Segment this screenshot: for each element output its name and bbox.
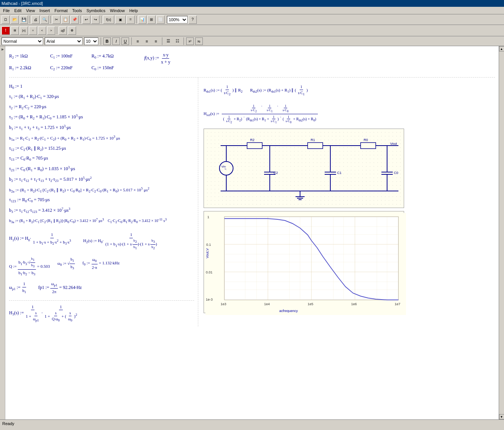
sep10 [184, 37, 184, 45]
sep4 [101, 16, 101, 23]
variables-section: R2 := 1kΩ R1 := 2.2kΩ C1 := 100nF C2 := … [9, 48, 495, 78]
align-left-button[interactable]: ≡ [134, 37, 142, 45]
italic-button[interactable]: I [112, 37, 120, 45]
eq-H2-block: H2(s) := H0· 1 (1 + b1·s)·(1 + s·b2b1)·(… [83, 230, 158, 252]
eq-wp1: ωp1 := 1 b1 [9, 281, 27, 295]
special-btn[interactable]: ✿ [68, 26, 76, 35]
equals-button[interactable]: = [126, 16, 135, 24]
insert-func-button[interactable]: f(x) [103, 16, 114, 24]
toolbar1: 🗋 📂 💾 🖨 🔍 ✂ 📋 📌 ↩ ↪ f(x) ▣ = 📊 ⊞ ⬜ 100% … [0, 14, 504, 25]
open-button[interactable]: 📂 [11, 16, 19, 24]
save-button[interactable]: 💾 [20, 16, 28, 24]
menu-tools[interactable]: Tools [70, 8, 84, 14]
eq-R0: R0 := 4.7kΩ [92, 53, 114, 61]
redo-button[interactable]: ↪ [91, 16, 100, 24]
eq-tau3: τ3 := (R0 + R2 + R1)·C0 = 1.185 × 103·μs [9, 113, 194, 121]
eval-btn[interactable]: = [29, 26, 37, 35]
print-preview-button[interactable]: 🔍 [40, 16, 49, 24]
subscript-button[interactable]: x₂ [195, 37, 203, 45]
superscript-button[interactable]: x² [186, 37, 194, 45]
status-bar: Ready [0, 419, 504, 427]
bold-button[interactable]: B [103, 37, 111, 45]
left-margin: ▶ [0, 46, 5, 419]
undo-button[interactable]: ↩ [82, 16, 90, 24]
svg-text:C0: C0 [394, 171, 398, 175]
eq-fp1: fp1 := ωp1 2π = 92.264·Hz [38, 281, 82, 295]
help-button[interactable]: ? [188, 16, 197, 24]
sep5 [136, 16, 137, 23]
title-text: Mathcad - [3RC.xmcd] [2, 1, 43, 6]
scroll-up[interactable]: ▲ [499, 46, 504, 51]
circuit-svg: ~ Vin R2 R1 [205, 130, 404, 208]
eq-C1: C1 := 100nF [50, 53, 73, 61]
graph-button[interactable]: 📊 [138, 16, 146, 24]
svg-text:C2: C2 [274, 171, 278, 175]
paste-button[interactable]: 📌 [70, 16, 79, 24]
svg-text:0.01: 0.01 [206, 270, 213, 274]
insert-unit-button[interactable]: ▣ [115, 16, 126, 24]
svg-text:C1: C1 [337, 171, 342, 175]
main-area: ▶ R2 := 1kΩ R1 := 2.2kΩ C1 := 100nF C2 :… [0, 46, 504, 419]
sep2 [50, 16, 51, 23]
eq-tau12: τ12 := C2·(R1 ∥ R2) = 151.25·μs [9, 145, 194, 153]
calc-button[interactable]: ! [2, 26, 10, 35]
eq-C2: C2 := 220nF [50, 64, 73, 72]
font-select[interactable]: Arial [45, 37, 82, 45]
menu-insert[interactable]: Insert [37, 8, 52, 14]
matrix-button[interactable]: ⊞ [147, 16, 156, 24]
lt-btn[interactable]: < [38, 26, 46, 35]
cut-button[interactable]: ✂ [52, 16, 61, 24]
eq-b1a: b1a := R1·C1 + R2·(C1 + C2) + (R0 + R2 +… [9, 134, 194, 142]
status-text: Ready [2, 421, 14, 426]
list-button[interactable]: ☰ [165, 37, 172, 45]
underline-button[interactable]: U [121, 37, 129, 45]
new-button[interactable]: 🗋 [2, 16, 10, 24]
menu-bar: File Edit View Insert Format Tools Symbo… [0, 7, 504, 14]
menu-view[interactable]: View [24, 8, 37, 14]
align-right-button[interactable]: ≡ [152, 37, 160, 45]
menu-file[interactable]: File [1, 8, 12, 14]
size-select[interactable]: 10 [84, 37, 98, 45]
right-col: Rth1(s) := ( 1 s·C2 ) ∥ R2 Rth2(s) := (R… [198, 78, 495, 326]
eq-tau123: τ123 := R0·C0 = 705·μs [9, 196, 194, 204]
scroll-down[interactable]: ▼ [499, 414, 504, 419]
content-area: R2 := 1kΩ R1 := 2.2kΩ C1 := 100nF C2 := … [5, 46, 499, 419]
copy-button[interactable]: 📋 [61, 16, 70, 24]
eq-H1-block: H1(s) := H0· 1 1 + b1·s + b2·s2 + b3·s3 [9, 230, 72, 247]
margin-arrow[interactable]: ▶ [2, 48, 4, 51]
print-button[interactable]: 🖨 [31, 16, 40, 24]
menu-window[interactable]: Window [108, 8, 127, 14]
eq-tau23: τ23 := C0·(R1 + R0) = 1.035 × 103·μs [9, 165, 194, 173]
svg-text:Vin: Vin [221, 165, 226, 168]
menu-help[interactable]: Help [127, 8, 140, 14]
rth-equations: Rth1(s) := ( 1 s·C2 ) ∥ R2 Rth2(s) := (R… [204, 83, 490, 98]
eq-R1: R1 := 2.2kΩ [9, 64, 31, 72]
two-col: H0 := 1 τ1 := (R1 + R2)·C1 = 320·μs τ2 :… [9, 78, 495, 326]
greek-btn[interactable]: αβ [59, 26, 67, 35]
sep3 [80, 16, 81, 23]
y-axis-label: Vout,V [205, 248, 209, 258]
matrix-tb[interactable]: [x] [20, 26, 28, 35]
svg-text:1e3: 1e3 [221, 302, 226, 306]
gt-btn[interactable]: > [47, 26, 55, 35]
eq-omega0-block: ω0 := √b1b3 [58, 256, 75, 271]
svg-text:1e7: 1e7 [395, 302, 400, 306]
eq-b3: b3 := τ1·τ12·τ123 = 3.412 × 107·μs3 [9, 206, 194, 215]
eq-b1: b1 := τ1 + τ2 + τ3 = 1.725 × 103·μs [9, 124, 194, 132]
href-equation: Href(s) := 1 s·C2 · 1 [204, 103, 490, 125]
zoom-select[interactable]: 100% 75% 150% [167, 16, 188, 23]
eq-R2: R2 := 1kΩ [9, 53, 31, 61]
right-scrollbar[interactable]: ▲ ▼ [499, 46, 504, 419]
menu-format[interactable]: Format [52, 8, 70, 14]
menu-edit[interactable]: Edit [12, 8, 24, 14]
num-list-button[interactable]: ☷ [174, 37, 181, 45]
sep7 [101, 37, 101, 45]
svg-rect-14 [308, 143, 323, 149]
circuit-diagram: ~ Vin R2 R1 [204, 129, 404, 208]
align-center-button[interactable]: ≡ [143, 37, 151, 45]
menu-symbolics[interactable]: Symbolics [84, 8, 107, 14]
graph-2d[interactable]: ⊞ [11, 26, 19, 35]
component-button[interactable]: ⬜ [156, 16, 165, 24]
eq-fxy: f(x,y) := x·y x + y [144, 55, 171, 61]
style-select[interactable]: Normal [2, 37, 43, 45]
